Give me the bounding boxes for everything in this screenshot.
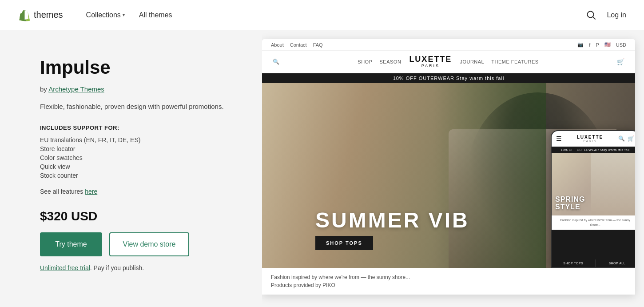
header-right: Log in — [586, 10, 626, 20]
nav-search-icon: 🔍 — [273, 59, 279, 65]
hero-headline: SUMMER VIB — [315, 208, 469, 232]
support-item: EU translations (EN, FR, IT, DE, ES) — [40, 136, 235, 144]
mobile-fashion-image — [591, 153, 635, 215]
logo-area[interactable]: themes — [18, 9, 63, 21]
author-link[interactable]: Archetype Themes — [48, 85, 104, 93]
free-trial-link[interactable]: Unlimited free trial — [40, 264, 90, 271]
theme-detail-panel: Impulse by Archetype Themes Flexible, fa… — [0, 30, 262, 307]
topbar-contact: Contact — [290, 42, 307, 48]
mobile-logo: LUXETTE PARIS — [577, 135, 604, 143]
action-buttons: Try theme View demo store — [40, 232, 235, 256]
mobile-spring-text: SPRING STYLE — [555, 195, 585, 211]
flag-icon: 🇺🇸 — [604, 42, 611, 48]
mobile-hero: SPRING STYLE — [552, 153, 635, 215]
currency-label: USD — [616, 42, 626, 48]
mobile-shop-tops-btn[interactable]: SHOP TOPS — [552, 259, 596, 267]
support-item: Color swatches — [40, 154, 235, 161]
support-item: Store locator — [40, 145, 235, 152]
preview-panel: About Contact FAQ 📷 f P 🇺🇸 USD 🔍 — [262, 30, 644, 307]
facebook-icon: f — [589, 42, 590, 48]
store-topbar: About Contact FAQ 📷 f P 🇺🇸 USD — [262, 39, 635, 51]
theme-description: Flexible, fashionable, proven design wit… — [40, 102, 235, 112]
theme-features-menu-item: THEME FEATURES — [491, 59, 538, 64]
theme-price: $320 USD — [40, 209, 235, 223]
nav-collections[interactable]: Collections ▾ — [81, 8, 130, 23]
support-item: Stock counter — [40, 172, 235, 179]
store-logo: LUXETTE PARIS — [409, 55, 452, 68]
store-nav-menu-left: SHOP SEASON — [358, 59, 401, 64]
chevron-down-icon: ▾ — [123, 12, 125, 17]
mobile-search-icon: 🔍 — [618, 136, 625, 142]
main-nav: Collections ▾ All themes — [81, 8, 178, 23]
mobile-caption: Fashion inspired by where we're from — t… — [552, 215, 635, 230]
store-caption: Fashion inspired by where we're from — t… — [262, 268, 635, 295]
hero-section: SUMMER VIB SHOP TOPS ☰ LUXETTE PARIS 🔍 — [262, 83, 635, 268]
season-menu-item: SEASON — [380, 59, 402, 64]
store-preview: About Contact FAQ 📷 f P 🇺🇸 USD 🔍 — [262, 39, 635, 295]
store-nav: 🔍 SHOP SEASON LUXETTE PARIS JOURNAL THE — [262, 51, 635, 73]
journal-menu-item: JOURNAL — [460, 59, 484, 64]
main-content: Impulse by Archetype Themes Flexible, fa… — [0, 30, 644, 307]
search-button[interactable] — [586, 10, 596, 20]
mobile-icons: 🔍 🛒 — [618, 136, 634, 142]
features-link-line: See all features here — [40, 188, 235, 195]
trial-info: Unlimited free trial. Pay if you publish… — [40, 264, 235, 271]
store-nav-menu-right: JOURNAL THEME FEATURES — [460, 59, 538, 64]
topbar-faq: FAQ — [313, 42, 323, 48]
support-heading: INCLUDES SUPPORT FOR: — [40, 124, 235, 131]
topbar-left: About Contact FAQ — [271, 42, 323, 48]
mobile-menu-icon: ☰ — [556, 135, 562, 142]
support-item: Quick view — [40, 163, 235, 170]
shop-tops-button[interactable]: SHOP TOPS — [315, 236, 373, 250]
plants-overlay — [434, 83, 546, 268]
mobile-header: ☰ LUXETTE PARIS 🔍 🛒 — [552, 131, 635, 147]
logo-text: themes — [34, 10, 63, 20]
topbar-about: About — [271, 42, 284, 48]
pinterest-icon: P — [596, 42, 599, 48]
mobile-banner: 10% OFF OUTERWEAR Stay warm this fall — [552, 147, 635, 153]
svg-line-1 — [593, 16, 596, 19]
nav-cart-icon: 🛒 — [617, 58, 624, 65]
store-nav-center: SHOP SEASON LUXETTE PARIS JOURNAL THEME … — [358, 55, 538, 68]
instagram-icon: 📷 — [577, 42, 584, 48]
mobile-preview: ☰ LUXETTE PARIS 🔍 🛒 10% OFF OUTERWEAR St… — [551, 130, 635, 268]
site-header: themes Collections ▾ All themes Log in — [0, 0, 644, 30]
features-link[interactable]: here — [85, 188, 97, 195]
theme-title: Impulse — [40, 57, 235, 78]
mobile-footer-buttons: SHOP TOPS SHOP ALL — [552, 259, 635, 267]
promo-banner: 10% OFF OUTERWEAR Stay warm this fall — [262, 73, 635, 83]
caption-line1: Fashion inspired by where we're from — t… — [271, 273, 626, 281]
search-icon — [586, 10, 596, 20]
mobile-shop-all-btn[interactable]: SHOP ALL — [596, 259, 636, 267]
mobile-cart-icon: 🛒 — [628, 136, 634, 142]
view-demo-button[interactable]: View demo store — [109, 232, 189, 256]
try-theme-button[interactable]: Try theme — [40, 232, 102, 256]
nav-all-themes[interactable]: All themes — [134, 8, 178, 23]
store-preview-container: About Contact FAQ 📷 f P 🇺🇸 USD 🔍 — [262, 39, 635, 295]
shopify-logo-icon — [18, 9, 30, 21]
theme-author: by Archetype Themes — [40, 85, 235, 93]
topbar-right: 📷 f P 🇺🇸 USD — [577, 42, 626, 48]
caption-line2: Products provided by PIKO — [271, 281, 626, 289]
support-list: EU translations (EN, FR, IT, DE, ES) Sto… — [40, 136, 235, 179]
login-button[interactable]: Log in — [607, 11, 626, 19]
shop-menu-item: SHOP — [358, 59, 372, 64]
